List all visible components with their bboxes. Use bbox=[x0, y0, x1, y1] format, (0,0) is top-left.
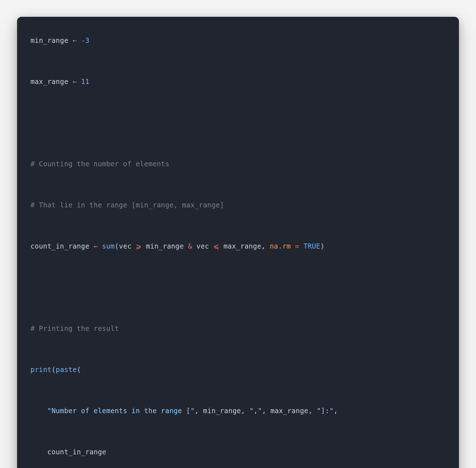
code-string: "," bbox=[249, 407, 262, 415]
code-operator: ⩽ bbox=[213, 242, 219, 250]
code-operator: = bbox=[295, 242, 299, 250]
code-identifier: count_in_range bbox=[30, 242, 89, 250]
code-punct: ( bbox=[77, 366, 81, 374]
code-parameter: na.rm bbox=[270, 242, 291, 250]
code-punct: , bbox=[308, 407, 312, 415]
code-comment: # Counting the number of elements bbox=[30, 160, 169, 168]
code-comment: # That lie in the range [min_range, max_… bbox=[30, 201, 224, 209]
code-block: min_range ← -3 max_range ← 11 # Counting… bbox=[30, 30, 446, 468]
code-string: "]:" bbox=[317, 407, 334, 415]
code-identifier: max_range bbox=[270, 407, 308, 415]
code-comment: # Printing the result bbox=[30, 324, 119, 333]
code-identifier: min_range bbox=[146, 242, 184, 250]
code-number: 3 bbox=[85, 36, 89, 45]
code-identifier: vec bbox=[196, 242, 209, 250]
code-identifier: vec bbox=[119, 242, 131, 250]
code-function: print bbox=[30, 366, 51, 374]
code-function: sum bbox=[102, 242, 115, 250]
code-punct: ( bbox=[51, 366, 56, 374]
code-snippet-card: min_range ← -3 max_range ← 11 # Counting… bbox=[17, 17, 459, 468]
code-operator: ⩾ bbox=[136, 242, 142, 250]
code-string: "Number of elements in the range [" bbox=[47, 407, 195, 415]
code-identifier: count_in_range bbox=[47, 448, 106, 456]
code-assign-op: ← bbox=[73, 36, 77, 45]
code-punct: , bbox=[261, 242, 265, 250]
code-identifier: max_range bbox=[30, 78, 68, 86]
code-punct: ( bbox=[115, 242, 119, 250]
code-punct: , bbox=[241, 407, 245, 415]
code-assign-op: ← bbox=[94, 242, 98, 250]
code-negative-sign: - bbox=[81, 36, 85, 45]
code-identifier: min_range bbox=[30, 36, 68, 45]
code-boolean: TRUE bbox=[303, 242, 320, 250]
code-number: 11 bbox=[81, 78, 89, 86]
code-function: paste bbox=[56, 366, 77, 374]
code-punct: , bbox=[195, 407, 199, 415]
code-assign-op: ← bbox=[73, 78, 77, 86]
code-punct: ) bbox=[320, 242, 324, 250]
code-punct: , bbox=[334, 407, 338, 415]
code-operator: & bbox=[188, 242, 192, 250]
code-identifier: max_range bbox=[223, 242, 261, 250]
code-punct: , bbox=[262, 407, 266, 415]
code-identifier: min_range bbox=[203, 407, 241, 415]
